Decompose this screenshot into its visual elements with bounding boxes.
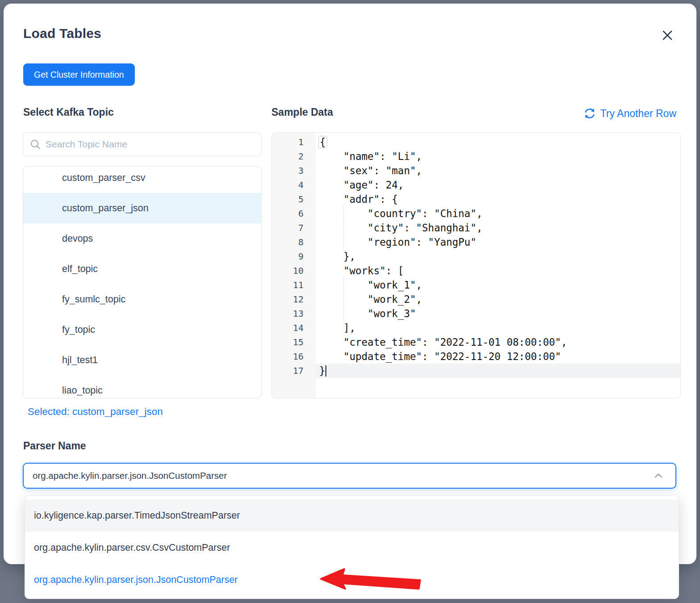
line-number: 9 [272,249,316,264]
refresh-icon [583,107,596,120]
line-number: 16 [272,349,316,364]
code-line: 17} [272,364,680,378]
topic-list-item[interactable]: elf_topic [23,254,261,284]
close-button[interactable] [660,28,675,43]
code-line: 15 "create_time": "2022-11-01 08:00:00", [272,335,680,349]
code-text: "work_3" [316,306,680,321]
code-line: 13 "work_3" [272,306,680,321]
code-line: 8 "region": "YangPu" [272,235,680,249]
code-line: 6 "country": "China", [272,206,680,221]
code-line: 1{ [272,135,680,149]
parser-name-heading: Parser Name [23,440,86,452]
code-line: 11 "work_1", [272,278,680,292]
code-text: "name": "Li", [316,149,680,163]
code-text: "addr": { [316,192,680,206]
parser-select-value: org.apache.kylin.parser.json.JsonCustomP… [33,470,227,481]
code-text: "age": 24, [316,178,680,192]
close-icon [662,29,673,41]
code-line: 2 "name": "Li", [272,149,680,163]
code-text: "country": "China", [316,206,680,221]
line-number: 7 [272,221,316,235]
code-text: "sex": "man", [316,163,680,178]
parser-option[interactable]: io.kyligence.kap.parser.TimedJsonStreamP… [25,499,679,532]
dialog-title: Load Tables [23,26,101,41]
topic-list-item[interactable]: fy_topic [23,314,261,345]
line-number: 2 [272,149,316,163]
line-number: 15 [272,335,316,349]
indent-guide [343,235,344,249]
code-text: { [316,135,680,149]
code-line: 3 "sex": "man", [272,163,680,178]
parser-option[interactable]: org.apache.kylin.parser.csv.CsvCustomPar… [25,532,679,564]
parser-option[interactable]: org.apache.kylin.parser.json.JsonCustomP… [25,564,679,596]
try-another-row-button[interactable]: Try Another Row [583,107,676,120]
code-line: 12 "work_2", [272,292,680,306]
code-line: 7 "city": "Shanghai", [272,221,680,235]
indent-guide [343,206,344,221]
code-line: 16 "update_time": "2022-11-20 12:00:00" [272,349,680,364]
search-icon [29,138,41,150]
indent-guide [343,292,344,306]
code-line: 4 "age": 24, [272,178,680,192]
code-text: "work_1", [316,278,680,292]
sample-data-editor[interactable]: 1{2 "name": "Li",3 "sex": "man",4 "age":… [271,132,681,398]
kafka-topic-list: custom_parser_csvcustom_parser_jsondevop… [23,166,262,398]
line-number: 1 [272,135,316,149]
code-text: }, [316,249,680,264]
code-text: "update_time": "2022-11-20 12:00:00" [316,349,680,364]
select-kafka-topic-heading: Select Kafka Topic [23,106,114,118]
sample-data-heading: Sample Data [271,106,333,118]
chevron-up-icon [653,470,664,481]
code-area: 1{2 "name": "Li",3 "sex": "man",4 "age":… [272,133,680,378]
topic-list-item[interactable]: devops [23,223,261,254]
line-number: 13 [272,306,316,321]
line-number: 12 [272,292,316,306]
line-number: 10 [272,264,316,278]
code-line: 14 ], [272,321,680,335]
line-number: 3 [272,163,316,178]
parser-options-dropdown: io.kyligence.kap.parser.TimedJsonStreamP… [25,495,679,599]
text-cursor [325,365,326,377]
line-number: 4 [272,178,316,192]
selected-topic-label: Selected: custom_parser_json [28,406,163,418]
line-number: 14 [272,321,316,335]
code-line: 10 "works": [ [272,264,680,278]
line-number: 17 [272,364,316,378]
indent-guide [343,278,344,292]
code-text: "region": "YangPu" [316,235,680,249]
try-another-row-label: Try Another Row [600,108,676,120]
matched-bracket: { [318,136,327,148]
code-text: ], [316,321,680,335]
code-line: 9 }, [272,249,680,264]
topic-list-item[interactable]: custom_parser_csv [23,166,261,193]
code-text: } [316,364,680,378]
code-text: "work_2", [316,292,680,306]
topic-search-input[interactable] [46,139,255,150]
line-number: 6 [272,206,316,221]
topic-list-item[interactable]: hjl_test1 [23,345,261,375]
code-text: "works": [ [316,264,680,278]
topic-list-item[interactable]: fy_sumlc_topic [23,284,261,314]
code-text: "create_time": "2022-11-01 08:00:00", [316,335,680,349]
topic-list-item[interactable]: custom_parser_json [23,193,261,223]
code-line: 5 "addr": { [272,192,680,206]
indent-guide [343,221,344,235]
code-text: "city": "Shanghai", [316,221,680,235]
get-cluster-information-button[interactable]: Get Cluster Information [23,63,135,86]
line-number: 8 [272,235,316,249]
topic-search-box [23,132,262,156]
line-number: 5 [272,192,316,206]
topic-list-item[interactable]: liao_topic [23,375,261,398]
load-tables-dialog: Load Tables Get Cluster Information Sele… [4,4,696,564]
line-number: 11 [272,278,316,292]
indent-guide [343,306,344,321]
parser-name-select[interactable]: org.apache.kylin.parser.json.JsonCustomP… [23,463,676,489]
